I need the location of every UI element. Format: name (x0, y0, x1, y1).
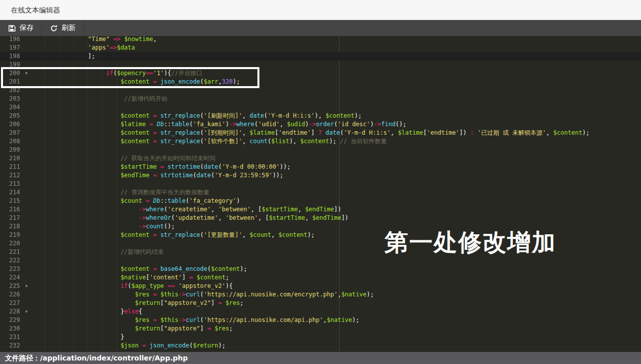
code-line[interactable]: 227 $return["appstore_v2"] = $res; (0, 299, 641, 307)
line-number: 212 (0, 171, 30, 180)
line-number: 201 (0, 78, 30, 86)
code-line[interactable]: 210 // 获取当天的开始时间和结束时间 (0, 154, 641, 163)
code-line[interactable]: 199 (0, 61, 641, 69)
line-number: 214 (0, 188, 30, 197)
line-number: 206 (0, 120, 30, 129)
code-line[interactable]: 209 (0, 146, 641, 154)
code-lines: 196 "Time" => $nowtime,197 'apps'=>$data… (0, 36, 641, 350)
fold-arrow-icon[interactable]: ▾ (25, 282, 28, 290)
fold-arrow-icon[interactable]: ▾ (25, 69, 28, 78)
save-button-label: 保存 (20, 24, 34, 33)
line-number: 225▾ (0, 282, 30, 290)
code-line[interactable]: 230 $return["appstore"] = $res; (0, 324, 641, 333)
line-number: 224 (0, 273, 30, 282)
code-line[interactable]: 223 $content = base64_encode($content); (0, 265, 641, 273)
code-line[interactable]: 204 (0, 103, 641, 112)
code-line[interactable]: 202 (0, 86, 641, 95)
refresh-button[interactable]: 刷新 (42, 20, 84, 36)
code-line[interactable]: 207 $content = str_replace('[到期时间]', $la… (0, 129, 641, 137)
line-number: 228▾ (0, 307, 30, 316)
line-number: 231 (0, 333, 30, 341)
save-button[interactable]: 保存 (0, 20, 42, 36)
line-number: 200▾ (0, 69, 30, 78)
line-number: 197 (0, 44, 30, 52)
line-number: 226 (0, 290, 30, 299)
file-path: 文件路径：/application/index/controller/App.p… (5, 354, 188, 362)
code-line[interactable]: 213 (0, 180, 641, 188)
code-line[interactable]: 196 "Time" => $nowtime, (0, 36, 641, 44)
line-number: 205 (0, 112, 30, 120)
line-number: 216 (0, 205, 30, 214)
line-number: 215 (0, 197, 30, 205)
code-line[interactable]: 198 ]; (0, 52, 641, 61)
line-number: 219 (0, 231, 30, 239)
code-line[interactable]: 203 //新增代码开始 (0, 95, 641, 103)
line-number: 208 (0, 137, 30, 146)
code-line[interactable]: 216 ->where('createtime', 'between', [$s… (0, 205, 641, 214)
code-line[interactable]: 224 $native['content'] = $content; (0, 273, 641, 282)
code-line[interactable]: 226 $res = $this->curl('https://api.nuos… (0, 290, 641, 299)
line-number: 211 (0, 163, 30, 171)
refresh-button-label: 刷新 (62, 24, 76, 33)
code-line[interactable]: 225▾ if($app_type == 'appstore_v2'){ (0, 282, 641, 290)
line-number: 210 (0, 154, 30, 163)
line-number: 232 (0, 341, 30, 350)
line-number: 227 (0, 299, 30, 307)
code-line[interactable]: 232 $json = json_encode($return); (0, 341, 641, 350)
code-editor[interactable]: 196 "Time" => $nowtime,197 'apps'=>$data… (0, 36, 641, 352)
window-title: 在线文本编辑器 (11, 0, 60, 20)
line-number: 198 (0, 52, 30, 61)
save-icon (8, 25, 16, 32)
line-number: 223 (0, 265, 30, 273)
code-line[interactable]: 215 $count = Db::table('fa_category') (0, 197, 641, 205)
line-number: 230 (0, 324, 30, 333)
annotation-text: 第一处修改增加 (385, 227, 556, 258)
toolbar: 保存 刷新 (0, 20, 641, 36)
line-number: 217 (0, 214, 30, 222)
code-line[interactable]: 217 ->whereOr('updatetime', 'between', [… (0, 214, 641, 222)
code-line[interactable]: 214 // 查询数据库中当天的数据数量 (0, 188, 641, 197)
code-line[interactable]: 197 'apps'=>$data (0, 44, 641, 52)
line-number: 213 (0, 180, 30, 188)
code-line[interactable]: 208 $content = str_replace('[软件个数]', cou… (0, 137, 641, 146)
line-number: 209 (0, 146, 30, 154)
refresh-icon (50, 25, 58, 32)
line-number: 207 (0, 129, 30, 137)
line-number: 204 (0, 103, 30, 112)
code-line[interactable]: 201 $content = json_encode($arr,320); (0, 78, 641, 86)
code-line[interactable]: 228▾ }else{ (0, 307, 641, 316)
code-line[interactable]: 200▾ if($opencry=='1'){//开启接口 (0, 69, 641, 78)
code-line[interactable]: 229 $res = $this->curl('https://api.nuos… (0, 316, 641, 324)
code-line[interactable]: 231 } (0, 333, 641, 341)
fold-arrow-icon[interactable]: ▾ (25, 307, 28, 316)
line-number: 199 (0, 61, 30, 69)
status-bar: 文件路径：/application/index/controller/App.p… (0, 352, 641, 364)
title-bar: 在线文本编辑器 (0, 0, 641, 20)
line-number: 229 (0, 316, 30, 324)
code-line[interactable]: 211 $startTime = strtotime(date('Y-m-d 0… (0, 163, 641, 171)
line-number: 203 (0, 95, 30, 103)
line-number: 202 (0, 86, 30, 95)
code-line[interactable]: 205 $content = str_replace('[刷新时间]', dat… (0, 112, 641, 120)
code-line[interactable]: 206 $latime = Db::table('fa_kami')->wher… (0, 120, 641, 129)
line-number: 196 (0, 36, 30, 44)
code-line[interactable]: 212 $endTime = strtotime(date('Y-m-d 23:… (0, 171, 641, 180)
line-number: 218 (0, 222, 30, 231)
line-number: 221 (0, 248, 30, 256)
line-number: 222 (0, 256, 30, 265)
line-number: 220 (0, 239, 30, 248)
